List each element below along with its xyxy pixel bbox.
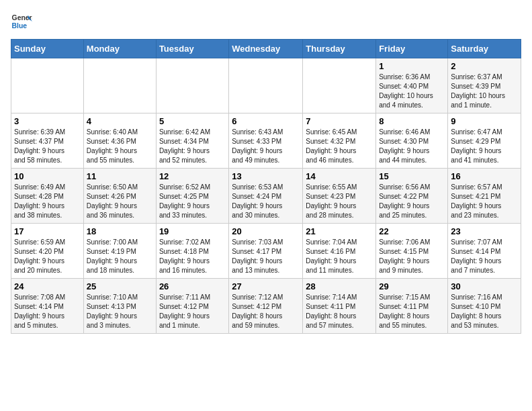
calendar-cell: 22Sunrise: 7:06 AM Sunset: 4:15 PM Dayli… [376,224,448,279]
day-info: Sunrise: 6:47 AM Sunset: 4:29 PM Dayligh… [451,128,518,165]
day-info: Sunrise: 6:57 AM Sunset: 4:21 PM Dayligh… [451,183,518,220]
calendar-cell: 12Sunrise: 6:52 AM Sunset: 4:25 PM Dayli… [156,169,228,224]
logo: General Blue [11,11,32,32]
calendar-cell: 1Sunrise: 6:36 AM Sunset: 4:40 PM Daylig… [376,58,448,113]
day-number: 7 [306,116,373,126]
day-info: Sunrise: 7:03 AM Sunset: 4:17 PM Dayligh… [232,238,300,275]
calendar-cell: 10Sunrise: 6:49 AM Sunset: 4:28 PM Dayli… [11,169,84,224]
day-number: 14 [306,171,373,181]
calendar-week-row: 24Sunrise: 7:08 AM Sunset: 4:14 PM Dayli… [11,279,521,334]
weekday-header-friday: Friday [376,40,448,58]
day-info: Sunrise: 7:07 AM Sunset: 4:14 PM Dayligh… [451,238,518,275]
day-info: Sunrise: 6:37 AM Sunset: 4:39 PM Dayligh… [451,73,518,110]
calendar-cell: 6Sunrise: 6:43 AM Sunset: 4:33 PM Daylig… [229,113,303,169]
weekday-header-wednesday: Wednesday [229,40,303,58]
weekday-header-saturday: Saturday [448,40,521,58]
calendar-cell: 28Sunrise: 7:14 AM Sunset: 4:11 PM Dayli… [303,279,376,334]
calendar-cell: 26Sunrise: 7:11 AM Sunset: 4:12 PM Dayli… [156,279,228,334]
day-info: Sunrise: 7:12 AM Sunset: 4:12 PM Dayligh… [232,293,300,330]
calendar-cell [11,58,84,113]
day-number: 27 [232,281,300,291]
calendar-cell [229,58,303,113]
day-number: 9 [451,116,518,126]
calendar-cell: 5Sunrise: 6:42 AM Sunset: 4:34 PM Daylig… [156,113,228,169]
day-info: Sunrise: 7:04 AM Sunset: 4:16 PM Dayligh… [306,238,373,275]
calendar-cell: 7Sunrise: 6:45 AM Sunset: 4:32 PM Daylig… [303,113,376,169]
calendar-cell [83,58,156,113]
calendar-cell: 8Sunrise: 6:46 AM Sunset: 4:30 PM Daylig… [376,113,448,169]
weekday-header-thursday: Thursday [303,40,376,58]
day-number: 17 [14,226,81,236]
calendar-cell: 20Sunrise: 7:03 AM Sunset: 4:17 PM Dayli… [229,224,303,279]
calendar-week-row: 10Sunrise: 6:49 AM Sunset: 4:28 PM Dayli… [11,169,521,224]
day-info: Sunrise: 6:39 AM Sunset: 4:37 PM Dayligh… [14,128,81,165]
day-info: Sunrise: 7:16 AM Sunset: 4:10 PM Dayligh… [451,293,518,330]
day-number: 2 [451,61,518,71]
day-number: 20 [232,226,300,236]
day-info: Sunrise: 6:59 AM Sunset: 4:20 PM Dayligh… [14,238,81,275]
calendar-cell: 17Sunrise: 6:59 AM Sunset: 4:20 PM Dayli… [11,224,84,279]
day-number: 12 [159,171,226,181]
calendar-cell: 14Sunrise: 6:55 AM Sunset: 4:23 PM Dayli… [303,169,376,224]
day-number: 15 [379,171,445,181]
day-number: 3 [14,116,81,126]
day-info: Sunrise: 6:53 AM Sunset: 4:24 PM Dayligh… [232,183,300,220]
day-info: Sunrise: 6:49 AM Sunset: 4:28 PM Dayligh… [14,183,81,220]
day-info: Sunrise: 7:14 AM Sunset: 4:11 PM Dayligh… [306,293,373,330]
day-number: 26 [159,281,226,291]
calendar-cell: 30Sunrise: 7:16 AM Sunset: 4:10 PM Dayli… [448,279,521,334]
calendar-cell: 15Sunrise: 6:56 AM Sunset: 4:22 PM Dayli… [376,169,448,224]
day-number: 18 [87,226,153,236]
weekday-header-row: SundayMondayTuesdayWednesdayThursdayFrid… [11,40,521,58]
day-number: 1 [379,61,445,71]
day-info: Sunrise: 7:10 AM Sunset: 4:13 PM Dayligh… [87,293,153,330]
weekday-header-sunday: Sunday [11,40,84,58]
calendar-cell: 13Sunrise: 6:53 AM Sunset: 4:24 PM Dayli… [229,169,303,224]
calendar-week-row: 1Sunrise: 6:36 AM Sunset: 4:40 PM Daylig… [11,58,521,113]
day-number: 16 [451,171,518,181]
day-info: Sunrise: 6:56 AM Sunset: 4:22 PM Dayligh… [379,183,445,220]
svg-text:Blue: Blue [12,22,28,30]
calendar-cell: 2Sunrise: 6:37 AM Sunset: 4:39 PM Daylig… [448,58,521,113]
calendar-cell: 18Sunrise: 7:00 AM Sunset: 4:19 PM Dayli… [83,224,156,279]
weekday-header-tuesday: Tuesday [156,40,228,58]
calendar-cell: 11Sunrise: 6:50 AM Sunset: 4:26 PM Dayli… [83,169,156,224]
calendar-cell: 16Sunrise: 6:57 AM Sunset: 4:21 PM Dayli… [448,169,521,224]
day-number: 28 [306,281,373,291]
day-info: Sunrise: 7:11 AM Sunset: 4:12 PM Dayligh… [159,293,226,330]
day-info: Sunrise: 6:46 AM Sunset: 4:30 PM Dayligh… [379,128,445,165]
calendar-cell: 23Sunrise: 7:07 AM Sunset: 4:14 PM Dayli… [448,224,521,279]
calendar-cell: 19Sunrise: 7:02 AM Sunset: 4:18 PM Dayli… [156,224,228,279]
calendar-table: SundayMondayTuesdayWednesdayThursdayFrid… [11,39,521,334]
calendar-cell [303,58,376,113]
day-number: 8 [379,116,445,126]
day-number: 24 [14,281,81,291]
calendar-cell [156,58,228,113]
calendar-cell: 21Sunrise: 7:04 AM Sunset: 4:16 PM Dayli… [303,224,376,279]
calendar-cell: 4Sunrise: 6:40 AM Sunset: 4:36 PM Daylig… [83,113,156,169]
calendar-week-row: 17Sunrise: 6:59 AM Sunset: 4:20 PM Dayli… [11,224,521,279]
day-info: Sunrise: 6:50 AM Sunset: 4:26 PM Dayligh… [87,183,153,220]
day-number: 19 [159,226,226,236]
calendar-cell: 29Sunrise: 7:15 AM Sunset: 4:11 PM Dayli… [376,279,448,334]
day-info: Sunrise: 6:52 AM Sunset: 4:25 PM Dayligh… [159,183,226,220]
day-number: 10 [14,171,81,181]
day-number: 23 [451,226,518,236]
calendar-week-row: 3Sunrise: 6:39 AM Sunset: 4:37 PM Daylig… [11,113,521,169]
day-number: 13 [232,171,300,181]
day-number: 21 [306,226,373,236]
header: General Blue [11,11,521,32]
logo-icon: General Blue [11,11,32,32]
day-number: 25 [87,281,153,291]
day-number: 5 [159,116,226,126]
calendar-cell: 27Sunrise: 7:12 AM Sunset: 4:12 PM Dayli… [229,279,303,334]
calendar-cell: 24Sunrise: 7:08 AM Sunset: 4:14 PM Dayli… [11,279,84,334]
calendar-cell: 9Sunrise: 6:47 AM Sunset: 4:29 PM Daylig… [448,113,521,169]
day-number: 6 [232,116,300,126]
day-info: Sunrise: 6:43 AM Sunset: 4:33 PM Dayligh… [232,128,300,165]
day-info: Sunrise: 7:00 AM Sunset: 4:19 PM Dayligh… [87,238,153,275]
day-info: Sunrise: 7:08 AM Sunset: 4:14 PM Dayligh… [14,293,81,330]
calendar-cell: 3Sunrise: 6:39 AM Sunset: 4:37 PM Daylig… [11,113,84,169]
day-info: Sunrise: 7:15 AM Sunset: 4:11 PM Dayligh… [379,293,445,330]
calendar-cell: 25Sunrise: 7:10 AM Sunset: 4:13 PM Dayli… [83,279,156,334]
